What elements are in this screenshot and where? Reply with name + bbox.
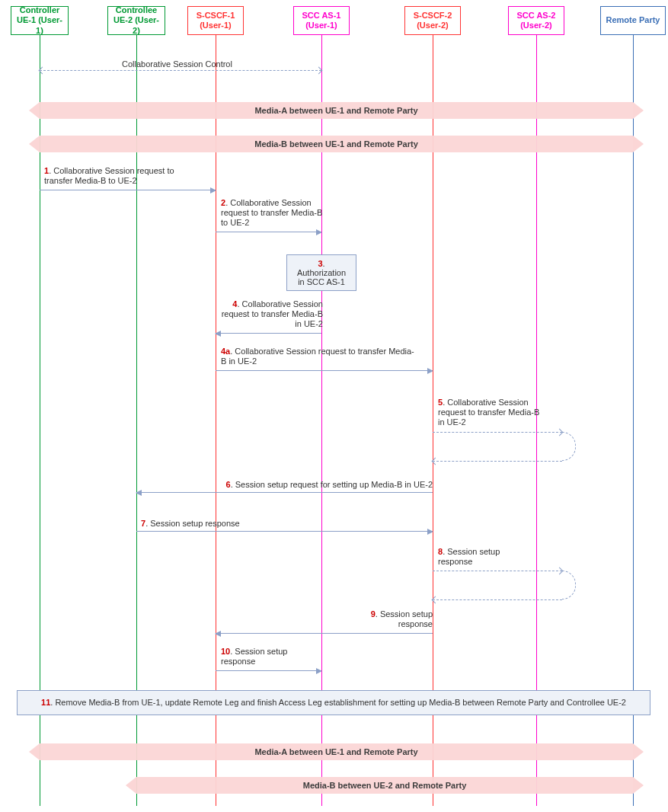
- msg-10: 10. Session setup response: [221, 647, 312, 667]
- arrow-collab-control: [40, 70, 321, 71]
- arrow-10: [216, 670, 321, 671]
- media-a-top-larrow: [29, 102, 40, 119]
- label-collab-control: Collaborative Session Control: [122, 59, 232, 69]
- arrow-4: [216, 333, 321, 334]
- actor-scscf2: S-CSCF-2 (User-2): [404, 6, 461, 35]
- media-a-top: Media-A between UE-1 and Remote Party: [40, 102, 633, 119]
- media-a-top-rarrow: [633, 102, 644, 119]
- media-b-top: Media-B between UE-1 and Remote Party: [40, 136, 633, 152]
- actor-ue2: Controllee UE-2 (User-2): [107, 6, 165, 35]
- media-b-top-larrow: [29, 136, 40, 152]
- media-a-bot: Media-A between UE-1 and Remote Party: [40, 743, 633, 760]
- arrow-8-back: [433, 599, 562, 600]
- sequence-diagram: Controller UE-1 (User-1) Controllee UE-2…: [0, 0, 668, 812]
- msg-4: 4. Collaborative Session request to tran…: [220, 299, 323, 330]
- msg-1: 1. Collaborative Session request to tran…: [44, 166, 197, 186]
- actor-ue1: Controller UE-1 (User-1): [11, 6, 69, 35]
- msg-2: 2. Collaborative Session request to tran…: [221, 198, 324, 229]
- arrow-6: [136, 492, 433, 493]
- msg-6: 6. Session setup request for setting up …: [197, 480, 433, 490]
- msg-9: 9. Session setup response: [364, 609, 433, 629]
- msg-8: 8. Session setup response: [438, 547, 529, 567]
- note-11: 11. Remove Media-B from UE-1, update Rem…: [17, 690, 650, 715]
- msg-4a: 4a. Collaborative Session request to tra…: [221, 347, 419, 366]
- arrow-2: [216, 232, 321, 232]
- arrow-1: [40, 190, 216, 190]
- media-b-bot: Media-B between UE-2 and Remote Party: [136, 777, 633, 794]
- actor-remote: Remote Party: [600, 6, 666, 35]
- media-b-bot-larrow: [126, 777, 136, 794]
- arrow-8-arc: [562, 571, 576, 599]
- arrow-7: [136, 531, 433, 532]
- arrow-5-arc: [562, 432, 576, 461]
- media-b-bot-label: Media-B between UE-2 and Remote Party: [136, 777, 633, 794]
- arrow-8-out: [433, 571, 562, 571]
- media-a-bot-larrow: [29, 743, 40, 760]
- media-b-bot-rarrow: [633, 777, 644, 794]
- actor-sccas2: SCC AS-2 (User-2): [508, 6, 564, 35]
- actor-sccas1: SCC AS-1 (User-1): [293, 6, 350, 35]
- actor-scscf1: S-CSCF-1 (User-1): [187, 6, 244, 35]
- msg-5: 5. Collaborative Session request to tran…: [438, 398, 541, 428]
- msg-7: 7. Session setup response: [141, 519, 240, 529]
- arrow-9: [216, 633, 433, 634]
- media-a-bot-rarrow: [633, 743, 644, 760]
- media-a-top-label: Media-A between UE-1 and Remote Party: [40, 102, 633, 119]
- arrow-5-out: [433, 432, 562, 433]
- note-3: 3. Authorization in SCC AS-1: [286, 254, 356, 291]
- arrow-4a: [216, 370, 433, 371]
- arrow-5-back: [433, 461, 562, 462]
- media-b-top-label: Media-B between UE-1 and Remote Party: [40, 136, 633, 152]
- media-b-top-rarrow: [633, 136, 644, 152]
- media-a-bot-label: Media-A between UE-1 and Remote Party: [40, 743, 633, 760]
